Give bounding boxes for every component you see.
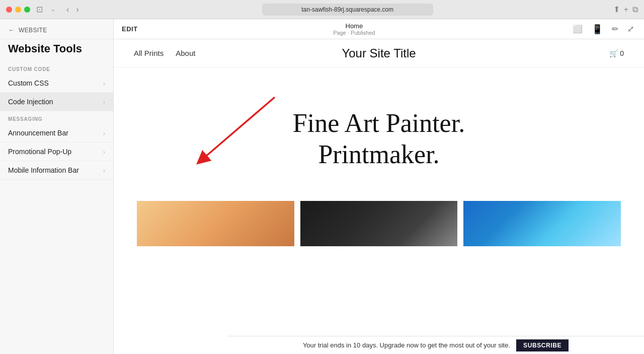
page-info: Home Page · Published (333, 22, 375, 36)
preview-area: All Prints About Your Site Title 🛒 0 Fin… (114, 39, 644, 354)
code-injection-label: Code Injection (8, 98, 53, 106)
pen-icon[interactable]: ✏ (610, 22, 620, 36)
site-nav: All Prints About Your Site Title 🛒 0 (114, 39, 644, 67)
gallery-section (114, 201, 644, 246)
toolbar-icons: ⬜ 📱 ✏ ⤢ (571, 22, 636, 37)
custom-css-label: Custom CSS (8, 79, 49, 87)
custom-code-section-label: CUSTOM CODE (0, 61, 113, 74)
sidebar-header: ← WEBSITE (0, 19, 113, 39)
promotional-popup-label: Promotional Pop-Up (8, 148, 71, 156)
sidebar-item-promotional-popup[interactable]: Promotional Pop-Up › (0, 143, 113, 161)
back-nav-icon[interactable]: ‹ (63, 4, 72, 15)
chevron-right-icon: › (103, 80, 105, 87)
subscribe-button[interactable]: SUBSCRIBE (516, 339, 569, 351)
close-button[interactable] (6, 7, 12, 13)
trial-bar: Your trial ends in 10 days. Upgrade now … (227, 336, 644, 354)
sidebar-item-code-injection[interactable]: Code Injection › (0, 93, 113, 111)
chevron-right-icon: › (103, 148, 105, 156)
chevron-right-icon: › (103, 98, 105, 106)
sidebar-item-announcement-bar[interactable]: Announcement Bar › (0, 124, 113, 143)
page-status: Page · Published (333, 30, 375, 36)
gallery-item-1[interactable] (137, 201, 294, 246)
gallery-item-3[interactable] (463, 201, 621, 246)
address-bar (86, 4, 609, 16)
sidebar-toggle-icon[interactable]: ⊡ (34, 4, 45, 15)
mobile-info-bar-label: Mobile Information Bar (8, 166, 79, 174)
chevron-down-icon[interactable]: ⌄ (49, 5, 57, 14)
gallery-image-blue (463, 201, 621, 246)
nav-links: All Prints About (134, 49, 195, 57)
traffic-lights (6, 7, 30, 13)
sidebar-title: Website Tools (0, 42, 113, 61)
maximize-button[interactable] (24, 7, 30, 13)
mobile-icon[interactable]: 📱 (590, 22, 605, 37)
chevron-right-icon: › (103, 129, 105, 137)
hero-section: Fine Art Painter. Printmaker. (114, 67, 644, 201)
hero-line1: Fine Art Painter. (293, 109, 465, 137)
hero-text: Fine Art Painter. Printmaker. (293, 108, 465, 171)
gallery-item-2[interactable] (300, 201, 458, 246)
sidebar-item-mobile-info-bar[interactable]: Mobile Information Bar › (0, 161, 113, 180)
minimize-button[interactable] (15, 7, 21, 13)
desktop-icon[interactable]: ⬜ (571, 22, 585, 36)
chevron-right-icon: › (103, 167, 105, 174)
browser-chrome: ⊡ ⌄ ‹ › ⬆ + ⧉ (0, 0, 644, 19)
share-icon[interactable]: ⬆ (613, 5, 620, 14)
back-icon[interactable]: ← (8, 26, 15, 34)
windows-icon[interactable]: ⧉ (632, 5, 638, 14)
url-input[interactable] (262, 4, 433, 16)
page-title: Home (333, 22, 375, 30)
nav-link-all-prints[interactable]: All Prints (134, 49, 164, 57)
edit-toolbar: EDIT Home Page · Published ⬜ 📱 ✏ ⤢ (114, 19, 644, 39)
nav-link-about[interactable]: About (176, 49, 195, 57)
app-layout: ← WEBSITE Website Tools CUSTOM CODE Cust… (0, 19, 644, 354)
browser-right-icons: ⬆ + ⧉ (613, 5, 638, 14)
trial-message: Your trial ends in 10 days. Upgrade now … (303, 341, 510, 349)
website-label: WEBSITE (19, 27, 47, 34)
messaging-section-label: MESSAGING (0, 111, 113, 124)
sidebar: ← WEBSITE Website Tools CUSTOM CODE Cust… (0, 19, 114, 354)
site-title: Your Site Title (342, 46, 416, 60)
fullscreen-icon[interactable]: ⤢ (625, 22, 636, 36)
sidebar-item-custom-css[interactable]: Custom CSS › (0, 74, 113, 93)
hero-line2: Printmaker. (318, 140, 439, 169)
new-tab-icon[interactable]: + (624, 5, 628, 14)
main-area: EDIT Home Page · Published ⬜ 📱 ✏ ⤢ All P… (114, 19, 644, 354)
edit-label: EDIT (122, 25, 138, 33)
announcement-bar-label: Announcement Bar (8, 129, 68, 137)
forward-nav-icon[interactable]: › (73, 4, 82, 15)
gallery-image-dark (300, 201, 458, 246)
cart-icon[interactable]: 🛒 0 (609, 49, 624, 57)
gallery-image-warm (137, 201, 294, 246)
